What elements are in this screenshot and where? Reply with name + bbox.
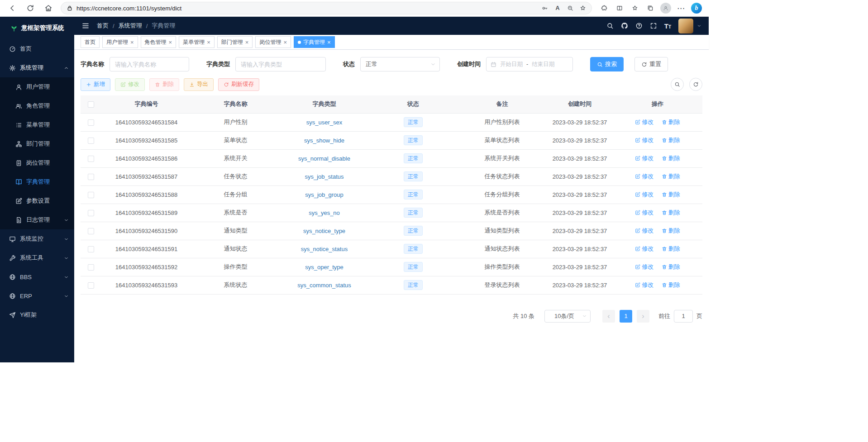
date-range-picker[interactable]: 开始日期 - 结束日期 [486, 57, 573, 71]
home-button[interactable] [42, 1, 55, 15]
delete-button[interactable]: 删除 [149, 78, 179, 91]
delete-link[interactable]: 删除 [662, 263, 680, 271]
edit-link[interactable]: 修改 [635, 245, 653, 253]
edit-link[interactable]: 修改 [635, 190, 653, 199]
address-bar[interactable]: https://ccnetcore.com:1101/system/dict A [61, 2, 592, 14]
close-icon[interactable]: × [245, 39, 249, 45]
dict-type-input[interactable] [235, 57, 326, 71]
delete-link[interactable]: 删除 [662, 154, 680, 162]
reload-button[interactable] [24, 1, 37, 15]
edit-link[interactable]: 修改 [635, 281, 653, 289]
dict-type-link[interactable]: sys_normal_disable [298, 155, 350, 162]
row-checkbox[interactable] [88, 264, 94, 271]
sidebar-item-system-monitor[interactable]: 系统监控 [0, 229, 74, 248]
edit-link[interactable]: 修改 [635, 154, 653, 162]
split-screen-icon[interactable] [613, 1, 626, 15]
sidebar-item-log-mgmt[interactable]: 日志管理 [0, 210, 74, 229]
edit-link[interactable]: 修改 [635, 172, 653, 181]
edit-link[interactable]: 修改 [635, 227, 653, 235]
sidebar-item-role-mgmt[interactable]: 角色管理 [0, 96, 74, 115]
status-select[interactable]: 正常 [360, 57, 440, 71]
favorites-icon[interactable] [628, 1, 642, 15]
tab-role-mgmt[interactable]: 角色管理× [141, 36, 176, 48]
sidebar-item-menu-mgmt[interactable]: 菜单管理 [0, 115, 74, 134]
sidebar-item-system-mgmt[interactable]: 系统管理 [0, 58, 74, 77]
tab-menu-mgmt[interactable]: 菜单管理× [179, 36, 215, 48]
sidebar-item-user-mgmt[interactable]: 用户管理 [0, 77, 74, 96]
page-1-button[interactable]: 1 [620, 310, 632, 323]
read-aloud-icon[interactable]: A [552, 2, 563, 14]
zoom-out-icon[interactable] [564, 2, 576, 14]
sidebar-item-post-mgmt[interactable]: 岗位管理 [0, 153, 74, 172]
row-checkbox[interactable] [88, 156, 94, 162]
row-checkbox[interactable] [88, 282, 94, 289]
add-button[interactable]: 新增 [81, 78, 110, 91]
fullscreen-icon[interactable] [650, 22, 657, 29]
tab-post-mgmt[interactable]: 岗位管理× [255, 36, 291, 48]
dict-type-link[interactable]: sys_job_status [305, 173, 344, 180]
goto-page-input[interactable] [674, 310, 693, 323]
edit-link[interactable]: 修改 [635, 118, 653, 126]
sidebar-item-bbs[interactable]: BBS [0, 267, 74, 286]
delete-link[interactable]: 删除 [662, 281, 680, 289]
bing-chat-icon[interactable]: b [690, 1, 703, 15]
help-question-icon[interactable] [635, 22, 643, 29]
export-button[interactable]: 导出 [184, 78, 214, 91]
user-avatar[interactable] [678, 19, 693, 33]
close-icon[interactable]: × [169, 39, 172, 45]
row-checkbox[interactable] [88, 210, 94, 216]
sidebar-item-dept-mgmt[interactable]: 部门管理 [0, 134, 74, 153]
breadcrumb-system-mgmt[interactable]: 系统管理 [119, 22, 142, 30]
dict-type-link[interactable]: sys_job_group [305, 191, 343, 198]
hamburger-menu-icon[interactable] [81, 22, 90, 30]
sidebar-item-yi-framework[interactable]: Yi框架 [0, 305, 74, 324]
dict-name-input[interactable] [110, 57, 189, 71]
dict-type-link[interactable]: sys_oper_type [305, 264, 343, 271]
extensions-puzzle-icon[interactable] [597, 1, 611, 15]
row-checkbox[interactable] [88, 138, 94, 144]
add-favorite-star-icon[interactable] [577, 2, 589, 14]
select-all-checkbox[interactable] [88, 101, 94, 108]
close-icon[interactable]: × [207, 39, 210, 45]
close-icon[interactable]: × [283, 39, 287, 45]
row-checkbox[interactable] [88, 246, 94, 252]
dict-type-link[interactable]: sys_show_hide [304, 137, 344, 144]
dict-type-link[interactable]: sys_common_status [297, 282, 351, 289]
dict-type-link[interactable]: sys_notice_status [301, 246, 348, 252]
delete-link[interactable]: 删除 [662, 245, 680, 253]
dict-type-link[interactable]: sys_yes_no [309, 209, 340, 216]
font-size-icon[interactable]: TT [664, 23, 671, 29]
sidebar-item-param-settings[interactable]: 参数设置 [0, 191, 74, 210]
browser-profile-avatar[interactable] [659, 1, 672, 15]
delete-link[interactable]: 删除 [662, 172, 680, 181]
chevron-down-icon[interactable] [697, 24, 701, 28]
delete-link[interactable]: 删除 [662, 227, 680, 235]
dict-type-link[interactable]: sys_notice_type [303, 228, 345, 234]
delete-link[interactable]: 删除 [662, 190, 680, 199]
delete-link[interactable]: 删除 [662, 118, 680, 126]
tab-home[interactable]: 首页 [81, 36, 100, 48]
tab-dict-mgmt[interactable]: 字典管理× [294, 36, 335, 48]
row-checkbox[interactable] [88, 174, 94, 180]
password-key-icon[interactable] [539, 2, 551, 14]
edit-link[interactable]: 修改 [635, 136, 653, 144]
reset-button[interactable]: 重置 [634, 57, 668, 71]
row-checkbox[interactable] [88, 228, 94, 234]
collections-icon[interactable] [644, 1, 657, 15]
edit-link[interactable]: 修改 [635, 209, 653, 217]
page-size-select[interactable]: 10条/页 [544, 310, 591, 323]
browser-menu-icon[interactable]: ⋯ [674, 1, 688, 15]
refresh-table-button[interactable] [689, 78, 702, 91]
sidebar-item-erp[interactable]: ERP [0, 286, 74, 305]
sidebar-item-home[interactable]: 首页 [0, 39, 74, 58]
sidebar-item-system-tools[interactable]: 系统工具 [0, 248, 74, 267]
close-icon[interactable]: × [327, 39, 331, 45]
github-icon[interactable] [621, 22, 628, 29]
row-checkbox[interactable] [88, 192, 94, 198]
breadcrumb-home[interactable]: 首页 [97, 22, 109, 30]
toggle-search-button[interactable] [671, 78, 684, 91]
sidebar-item-dict-mgmt[interactable]: 字典管理 [0, 172, 74, 191]
prev-page-button[interactable]: ‹ [602, 310, 615, 323]
search-icon[interactable] [606, 22, 614, 29]
row-checkbox[interactable] [88, 119, 94, 126]
